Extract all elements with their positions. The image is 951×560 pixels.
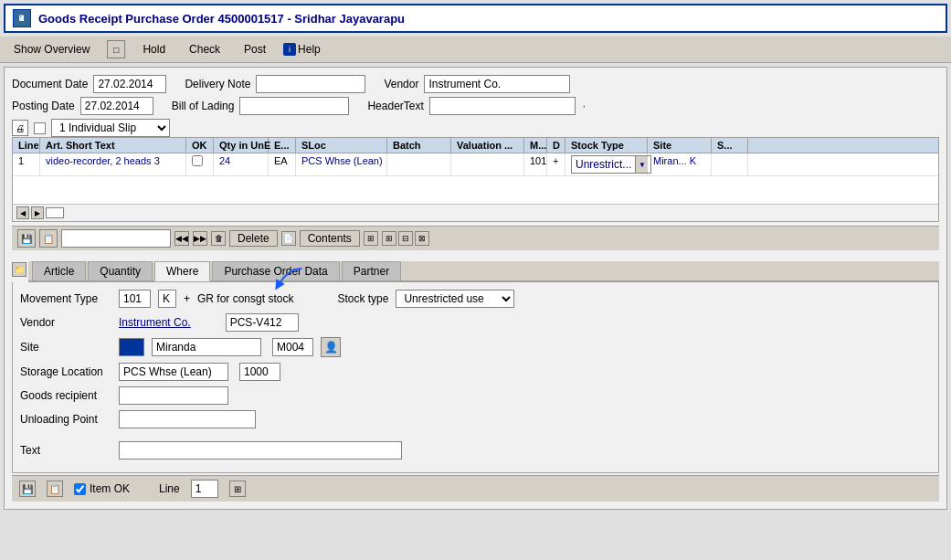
scroll-thumb[interactable]	[46, 207, 64, 218]
col-d-header: D	[547, 138, 565, 153]
site-row: Site 👤	[20, 337, 931, 357]
header-text-input[interactable]	[429, 97, 576, 115]
slip-checkbox[interactable]	[34, 122, 46, 134]
row-ok[interactable]	[186, 153, 214, 175]
title-bar: 🖥 Goods Receipt Purchase Order 450000151…	[4, 4, 947, 33]
header-text-field: HeaderText ·	[367, 97, 586, 115]
header-text-dot: ·	[583, 100, 586, 112]
delivery-note-label: Delivery Note	[185, 78, 250, 90]
col-qty-header: Qty in UnE	[214, 138, 269, 153]
movement-type-input[interactable]	[119, 290, 151, 308]
col-stock-header: Stock Type	[565, 138, 648, 153]
goods-recipient-input[interactable]	[119, 386, 228, 405]
main-content: Document Date Delivery Note Vendor Posti…	[4, 67, 947, 510]
posting-date-label: Posting Date	[12, 100, 75, 112]
row-stock: Unrestrict... ▼	[565, 153, 648, 175]
site-code-input[interactable]	[119, 338, 144, 356]
table-header: Line Art. Short Text OK Qty in UnE E... …	[13, 138, 938, 153]
row-art: video-recorder, 2 heads 3	[40, 153, 186, 175]
line-value-input[interactable]	[191, 480, 218, 498]
table-resize-icon[interactable]: ⊞	[364, 231, 378, 246]
text-input[interactable]	[119, 441, 402, 460]
table-icon-button2[interactable]: 📋	[39, 229, 58, 248]
table-empty-row	[13, 176, 938, 204]
tab-partner[interactable]: Partner	[342, 261, 401, 280]
overview-icon-button[interactable]: □	[107, 40, 125, 58]
person-icon[interactable]: 👤	[321, 337, 341, 357]
col-val-header: Valuation ...	[451, 138, 524, 153]
item-ok-checkbox[interactable]	[74, 483, 86, 495]
document-date-input[interactable]	[93, 75, 166, 93]
slip-row: 🖨 1 Individual Slip	[12, 119, 939, 137]
table-extra-icons: ⊞ ⊟ ⊠	[382, 231, 429, 246]
table-grid-icon3[interactable]: ⊠	[415, 231, 429, 246]
site-id-input[interactable]	[272, 338, 313, 356]
stock-type-label: Stock type	[337, 292, 388, 305]
bottom-save-icon[interactable]: 💾	[19, 481, 36, 497]
row-val	[451, 153, 524, 175]
vendor-code-input[interactable]	[226, 313, 299, 332]
row-site: Miran... K	[648, 153, 712, 175]
tab-where[interactable]: Where	[154, 261, 210, 281]
site-name-input[interactable]	[152, 338, 261, 356]
goods-recipient-label: Goods recipient	[20, 389, 111, 402]
vendor-field: Vendor	[384, 75, 570, 93]
vendor-row: Vendor Instrument Co.	[20, 313, 931, 332]
table-grid-icon1[interactable]: ⊞	[382, 231, 396, 246]
header-text-label: HeaderText	[367, 100, 423, 112]
contents-button[interactable]: Contents	[300, 230, 360, 247]
delete-button[interactable]: Delete	[229, 230, 278, 247]
posting-date-input[interactable]	[80, 97, 153, 115]
tab-quantity[interactable]: Quantity	[88, 261, 153, 280]
table-toolbar: 💾 📋 ◀◀ ▶▶ 🗑 Delete 📄 Contents ⊞ ⊞ ⊟ ⊠	[12, 226, 939, 250]
show-overview-button[interactable]: Show Overview	[7, 40, 96, 58]
bottom-nav-icon[interactable]: 📋	[47, 481, 63, 497]
movement-type-desc: GR for consgt stock	[197, 292, 293, 305]
bottom-line-icon[interactable]: ⊞	[229, 481, 246, 497]
storage-location-input[interactable]	[119, 363, 228, 381]
table-grid-icon2[interactable]: ⊟	[398, 231, 413, 246]
save-icon-button[interactable]: 💾	[17, 229, 36, 248]
document-date-label: Document Date	[12, 78, 88, 90]
header-section: Document Date Delivery Note Vendor Posti…	[12, 75, 939, 137]
check-button[interactable]: Check	[183, 40, 227, 58]
table-search-input[interactable]	[61, 229, 171, 248]
page-title: Goods Receipt Purchase Order 4500001517 …	[38, 12, 405, 26]
col-batch-header: Batch	[387, 138, 451, 153]
table-nav-next[interactable]: ▶▶	[193, 231, 207, 246]
hold-button[interactable]: Hold	[136, 40, 172, 58]
app-icon: 🖥	[13, 9, 31, 27]
tab-purchase-order-data[interactable]: Purchase Order Data	[212, 261, 339, 280]
post-button[interactable]: Post	[238, 40, 272, 58]
storage-location-row: Storage Location	[20, 363, 931, 381]
vendor-value[interactable]: Instrument Co.	[119, 316, 191, 329]
help-button[interactable]: i Help	[283, 43, 321, 56]
unloading-point-input[interactable]	[119, 410, 256, 428]
tab-article[interactable]: Article	[32, 261, 86, 280]
table-nav-prev[interactable]: ◀◀	[174, 231, 189, 246]
vendor-input[interactable]	[424, 75, 570, 93]
col-e-header: E...	[269, 138, 296, 153]
table-row[interactable]: 1 video-recorder, 2 heads 3 24 EA PCS Wh…	[13, 153, 938, 176]
col-art-header: Art. Short Text	[40, 138, 186, 153]
print-icon[interactable]: 🖨	[12, 120, 28, 136]
table-doc-icon[interactable]: 📄	[281, 231, 296, 246]
row-s	[712, 153, 748, 175]
tab-section: 📁 Article Quantity Where Purchase Order …	[12, 256, 939, 473]
scroll-right-icon[interactable]: ▶	[31, 206, 44, 219]
scroll-left-icon[interactable]: ◀	[16, 206, 29, 219]
stock-type-select[interactable]: Unrestricted use Restricted use Quality …	[396, 290, 514, 308]
slip-select[interactable]: 1 Individual Slip	[51, 119, 170, 137]
row-batch	[387, 153, 451, 175]
delivery-note-input[interactable]	[256, 75, 365, 93]
table-trash-icon[interactable]: 🗑	[211, 231, 226, 246]
movement-type-key[interactable]	[158, 290, 176, 308]
bill-of-lading-input[interactable]	[239, 97, 349, 115]
tab-section-icon[interactable]: 📁	[12, 262, 26, 277]
storage-location-code-input[interactable]	[239, 363, 280, 381]
col-sloc-header: SLoc	[296, 138, 387, 153]
bill-of-lading-field: Bill of Lading	[172, 97, 350, 115]
line-label: Line	[159, 482, 180, 495]
items-table: Line Art. Short Text OK Qty in UnE E... …	[12, 137, 939, 222]
stock-type-dropdown-arrow[interactable]: ▼	[635, 156, 648, 173]
